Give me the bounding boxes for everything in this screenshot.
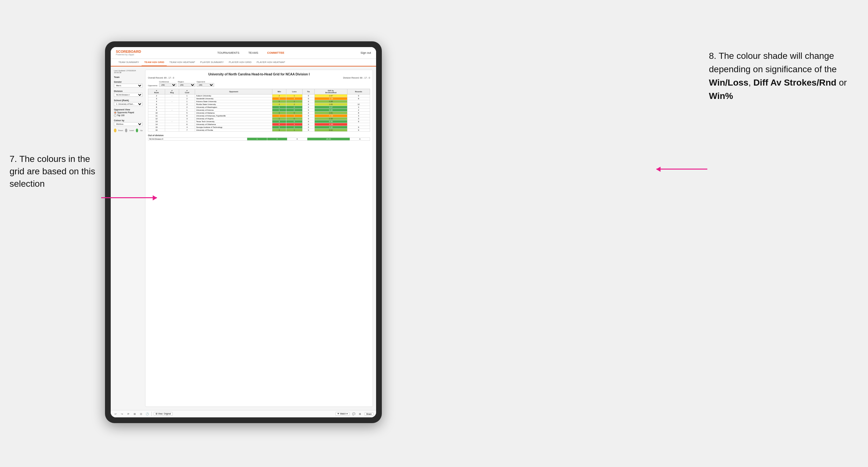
table-row: 11 6 University of Arkansas, Fayettevill… (148, 114, 370, 117)
cell-win: 3 (272, 128, 286, 131)
cell-loss: 0 (286, 120, 302, 123)
cell-conf: 6 (179, 114, 195, 117)
filter-region: Region (All) (178, 81, 195, 87)
cell-rounds: 9 (347, 128, 370, 131)
col-rounds: Rounds (347, 89, 370, 94)
cell-win: 4 (272, 103, 286, 105)
division-record: Division Record: 88 - 17 - 0 (343, 77, 370, 79)
timestamp: Last Updated: 27/03/2024 16:55:38 (114, 70, 143, 73)
sidebar: Last Updated: 27/03/2024 16:55:38 Team G… (114, 70, 143, 407)
cell-tie: 0 (303, 123, 315, 126)
tab-team-summary[interactable]: TEAM SUMMARY (116, 59, 142, 66)
cell-rounds: 3 (347, 117, 370, 120)
out-of-division-label: Out of division (148, 134, 370, 136)
feedback-icon[interactable]: 💬 (351, 412, 356, 416)
clock-icon[interactable]: 🕐 (145, 412, 150, 416)
filters-row: Opponents: Conference (All) Region (All) (148, 81, 370, 87)
watch-btn[interactable]: 👁 Watch ▾ (335, 412, 350, 416)
cell-win: 1 (272, 105, 286, 108)
cell-rounds: 9 (347, 120, 370, 123)
tab-player-h2h-grid[interactable]: PLAYER H2H GRID (226, 59, 254, 66)
cell-loss: 0 (286, 111, 302, 114)
radio-dot-2 (114, 114, 117, 117)
cell-rounds: 12 (347, 103, 370, 105)
cell-tie: 0 (303, 108, 315, 111)
cell-out-win: 1 (247, 137, 267, 140)
cell-opponent: Vanderbilt University (195, 97, 272, 100)
overall-record: Overall Record: 89 - 17 - 0 (148, 77, 174, 79)
cell-reg: - (165, 94, 179, 97)
content-area: Last Updated: 27/03/2024 16:55:38 Team G… (111, 66, 376, 410)
nav-tournaments[interactable]: TOURNAMENTS (216, 51, 241, 55)
grid-icon[interactable]: ⊞ (132, 412, 137, 416)
cell-opponent: Florida State University (195, 103, 272, 105)
divider (151, 412, 152, 416)
cell-rounds: 2 (347, 108, 370, 111)
gender-section: Gender Men's (114, 81, 143, 88)
opponent-select[interactable]: (All) (197, 83, 214, 87)
share-btn[interactable]: Share (364, 412, 374, 416)
crop-icon[interactable]: ⊡ (139, 412, 143, 416)
annotation-sep1: , (748, 77, 753, 88)
legend-level-label: Level (129, 129, 134, 131)
annotation-bold3: Win% (709, 91, 733, 101)
division-select[interactable]: NCAA Division I (114, 93, 143, 97)
nav-committee[interactable]: COMMITTEE (266, 51, 285, 55)
annotation-right: 8. The colour shade will change dependin… (709, 49, 862, 103)
layout-icon[interactable]: ⊞ (358, 412, 363, 416)
conference-select[interactable]: (All) (159, 83, 177, 87)
cell-opponent: University of Virginia (195, 117, 272, 120)
cell-reg (165, 105, 179, 108)
cell-win: 0 (272, 123, 286, 126)
nav-teams[interactable]: TEAMS (247, 51, 259, 55)
cell-loss: 2 (286, 103, 302, 105)
redo-icon[interactable]: ↪ (120, 412, 124, 416)
view-original-btn[interactable]: ⊞ View: Original (154, 412, 173, 416)
table-row: 14 6 University of Oklahoma 0 1 0 -1.00 (148, 123, 370, 126)
conference-label: Conference (159, 81, 177, 83)
cell-rank: 12 (148, 117, 165, 120)
radio-dot-1 (114, 111, 117, 114)
cell-tie: 0 (303, 117, 315, 120)
undo-icon[interactable]: ↩ (113, 412, 118, 416)
cell-opponent: Arizona State University (195, 100, 272, 103)
school-select[interactable]: 1. University of Nort... (114, 102, 143, 106)
cell-conf: 2 (179, 105, 195, 108)
logo-sub: Powered by clippd (116, 54, 141, 56)
col-rank: #Rank (148, 89, 165, 94)
filter-conference: Conference (All) (159, 81, 177, 87)
cell-tie: 0 (303, 103, 315, 105)
cell-diff: 2.61 (314, 111, 347, 114)
table-row: 12 3 University of Virginia 1 0 0 2.33 3 (148, 117, 370, 120)
cell-tie: 0 (303, 120, 315, 123)
cell-loss: 0 (286, 126, 302, 128)
table-row: 13 - 1 Texas Tech University 3 0 0 5.56 … (148, 120, 370, 123)
region-select[interactable]: (All) (178, 83, 195, 87)
radio-opponents-played[interactable]: Opponents Played (114, 111, 143, 114)
opponent-view-section: Opponent View Opponents Played Top 100 (114, 108, 143, 117)
legend-up-label: Up (140, 129, 143, 131)
h2h-table: #Rank #Reg #Conf Opponent Win Loss Tie D… (148, 89, 370, 132)
nav-links: TOURNAMENTS TEAMS COMMITTEE (216, 51, 285, 55)
tab-team-h2h-grid[interactable]: TEAM H2H GRID (142, 59, 167, 66)
cell-conf: 2 (179, 103, 195, 105)
cell-loss: 3 (286, 114, 302, 117)
cell-rounds: 3 (347, 105, 370, 108)
sign-out[interactable]: Sign out (361, 51, 371, 54)
sub-nav: TEAM SUMMARY TEAM H2H GRID TEAM H2H HEAT… (111, 59, 376, 66)
forward-icon[interactable]: ⟳ (126, 412, 130, 416)
cell-rounds: 9 (347, 126, 370, 128)
tab-team-h2h-heatmap[interactable]: TEAM H2H HEATMAP (167, 59, 197, 66)
gender-select[interactable]: Men's (114, 84, 143, 88)
school-label: School (Rank) (114, 99, 143, 101)
tab-player-summary[interactable]: PLAYER SUMMARY (197, 59, 226, 66)
radio-top100[interactable]: Top 100 (114, 114, 143, 117)
table-row: 16 7 University of Florida 3 1 0 6.62 9 (148, 128, 370, 131)
colour-by-select[interactable]: Win/loss (114, 122, 143, 126)
cell-loss: 1 (286, 94, 302, 97)
opponents-label: Opponents: (148, 85, 158, 87)
tablet-screen: SCOREBOARD Powered by clippd TOURNAMENTS… (111, 47, 376, 417)
cell-diff: 6.62 (314, 128, 347, 131)
tab-player-h2h-heatmap[interactable]: PLAYER H2H HEATMAP (254, 59, 288, 66)
cell-diff: -4.33 (314, 114, 347, 117)
